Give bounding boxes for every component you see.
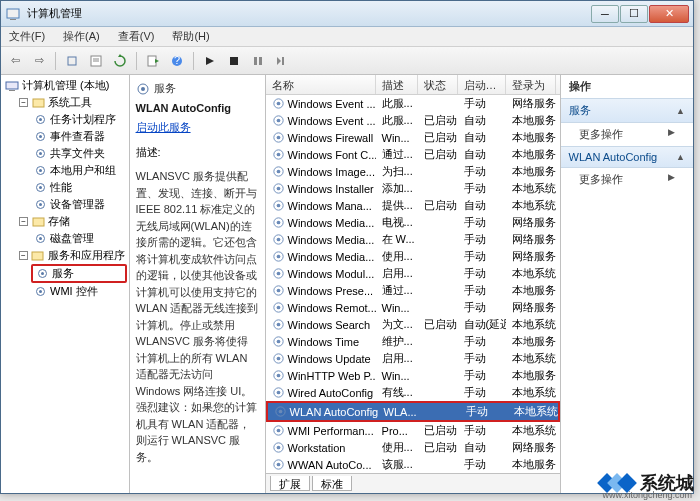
tab-extended[interactable]: 扩展: [270, 476, 310, 491]
cell-name: Workstation: [266, 440, 376, 455]
service-row[interactable]: Windows Installer添加...手动本地系统: [266, 180, 560, 197]
cell-name: Windows Remot...: [266, 300, 376, 315]
restart-button[interactable]: [272, 51, 292, 71]
refresh-button[interactable]: [110, 51, 130, 71]
tree-group[interactable]: −系统工具: [17, 94, 127, 111]
cell-status: [418, 392, 458, 394]
service-row[interactable]: Workstation使用...已启动自动网络服务: [266, 439, 560, 456]
col-desc[interactable]: 描述: [376, 75, 418, 94]
service-row[interactable]: WLAN AutoConfigWLA...手动本地系统: [268, 403, 558, 420]
tree-root[interactable]: 计算机管理 (本地): [3, 77, 127, 94]
service-row[interactable]: Windows Media...使用...手动网络服务: [266, 248, 560, 265]
col-status[interactable]: 状态: [418, 75, 458, 94]
menu-action[interactable]: 操作(A): [59, 27, 104, 46]
menu-file[interactable]: 文件(F): [5, 27, 49, 46]
up-button[interactable]: [62, 51, 82, 71]
cell-status: [418, 341, 458, 343]
cell-start: 手动: [458, 95, 506, 112]
service-row[interactable]: WMI Performan...Pro...已启动手动本地系统: [266, 422, 560, 439]
cell-desc: 使用...: [376, 248, 418, 265]
cell-logon: 网络服务: [506, 95, 556, 112]
col-logon[interactable]: 登录为: [506, 75, 556, 94]
back-button[interactable]: ⇦: [5, 51, 25, 71]
svg-point-53: [276, 187, 280, 191]
cell-name: Windows Search: [266, 317, 376, 332]
tree-item[interactable]: 设备管理器: [31, 196, 127, 213]
expander-icon[interactable]: −: [19, 217, 28, 226]
tree-group[interactable]: −服务和应用程序: [17, 247, 127, 264]
help-button[interactable]: ?: [167, 51, 187, 71]
tree-item[interactable]: 性能: [31, 179, 127, 196]
service-row[interactable]: Windows Font C...通过...已启动自动本地服务: [266, 146, 560, 163]
detail-column: 服务 WLAN AutoConfig 启动此服务 描述: WLANSVC 服务提…: [130, 75, 266, 493]
service-row[interactable]: Windows Update启用...手动本地系统: [266, 350, 560, 367]
actions-more-2[interactable]: 更多操作 ▶: [561, 168, 693, 191]
window-controls: ─ ☐ ✕: [591, 5, 689, 23]
cell-start: 手动: [458, 350, 506, 367]
svg-rect-16: [282, 57, 284, 65]
tree-panel[interactable]: 计算机管理 (本地) −系统工具任务计划程序事件查看器共享文件夹本地用户和组性能…: [1, 75, 130, 493]
chevron-right-icon: ▶: [668, 127, 675, 137]
content-area: 计算机管理 (本地) −系统工具任务计划程序事件查看器共享文件夹本地用户和组性能…: [1, 75, 693, 493]
svg-point-57: [276, 221, 280, 225]
tree-item[interactable]: 事件查看器: [31, 128, 127, 145]
expander-icon[interactable]: −: [19, 251, 28, 260]
close-button[interactable]: ✕: [649, 5, 689, 23]
cell-start: 手动: [458, 422, 506, 439]
service-row[interactable]: Windows Modul...启用...手动本地系统: [266, 265, 560, 282]
gear-icon: [33, 164, 47, 178]
service-row[interactable]: WWAN AutoCo...该服...手动本地服务: [266, 456, 560, 473]
svg-point-61: [276, 255, 280, 259]
actions-group-selected[interactable]: WLAN AutoConfig ▲: [561, 146, 693, 168]
col-name[interactable]: 名称: [266, 75, 376, 94]
service-row[interactable]: Windows Image...为扫...手动本地服务: [266, 163, 560, 180]
tree-item[interactable]: 任务计划程序: [31, 111, 127, 128]
service-row[interactable]: Windows Media...电视...手动网络服务: [266, 214, 560, 231]
tree-item[interactable]: WMI 控件: [31, 283, 127, 300]
service-row[interactable]: Windows Search为文...已启动自动(延迟...本地系统: [266, 316, 560, 333]
cell-name: Windows Event ...: [266, 96, 376, 111]
col-start[interactable]: 启动类型: [458, 75, 506, 94]
service-row[interactable]: Windows Time维护...手动本地服务: [266, 333, 560, 350]
service-row[interactable]: Windows Remot...Win...手动网络服务: [266, 299, 560, 316]
selected-row-highlight: WLAN AutoConfigWLA...手动本地系统: [266, 401, 560, 422]
cell-desc: Win...: [376, 301, 418, 315]
tree-item[interactable]: 本地用户和组: [31, 162, 127, 179]
stop-button[interactable]: [224, 51, 244, 71]
actions-group-services[interactable]: 服务 ▲: [561, 98, 693, 123]
properties-button[interactable]: [86, 51, 106, 71]
tab-standard[interactable]: 标准: [312, 476, 352, 491]
service-row[interactable]: Windows Event ...此服...手动网络服务: [266, 95, 560, 112]
list-body[interactable]: Windows Event ...此服...手动网络服务Windows Even…: [266, 95, 560, 473]
tree-item[interactable]: 服务: [31, 264, 127, 283]
service-row[interactable]: Windows FirewallWin...已启动自动本地服务: [266, 129, 560, 146]
titlebar[interactable]: 计算机管理 ─ ☐ ✕: [1, 1, 693, 27]
tree-item[interactable]: 磁盘管理: [31, 230, 127, 247]
cell-name: Windows Time: [266, 334, 376, 349]
cell-name: Windows Prese...: [266, 283, 376, 298]
service-row[interactable]: WinHTTP Web P...Win...手动本地服务: [266, 367, 560, 384]
tree-group[interactable]: −存储: [17, 213, 127, 230]
maximize-button[interactable]: ☐: [620, 5, 648, 23]
tree-label: 本地用户和组: [50, 163, 116, 178]
play-button[interactable]: [200, 51, 220, 71]
cell-desc: 此服...: [376, 95, 418, 112]
service-row[interactable]: Wired AutoConfig有线...手动本地系统: [266, 384, 560, 401]
tree-item[interactable]: 共享文件夹: [31, 145, 127, 162]
menu-view[interactable]: 查看(V): [114, 27, 159, 46]
service-row[interactable]: Windows Event ...此服...已启动自动本地服务: [266, 112, 560, 129]
service-row[interactable]: Windows Media...在 W...手动网络服务: [266, 231, 560, 248]
minimize-button[interactable]: ─: [591, 5, 619, 23]
menu-help[interactable]: 帮助(H): [168, 27, 213, 46]
service-row[interactable]: Windows Mana...提供...已启动自动本地系统: [266, 197, 560, 214]
export-button[interactable]: [143, 51, 163, 71]
service-row[interactable]: Windows Prese...通过...手动本地服务: [266, 282, 560, 299]
start-service-link[interactable]: 启动此服务: [136, 120, 259, 135]
forward-button[interactable]: ⇨: [29, 51, 49, 71]
svg-point-25: [39, 152, 42, 155]
actions-more-1[interactable]: 更多操作 ▶: [561, 123, 693, 146]
cell-desc: Win...: [376, 369, 418, 383]
cell-logon: 网络服务: [506, 439, 556, 456]
pause-button[interactable]: [248, 51, 268, 71]
expander-icon[interactable]: −: [19, 98, 28, 107]
